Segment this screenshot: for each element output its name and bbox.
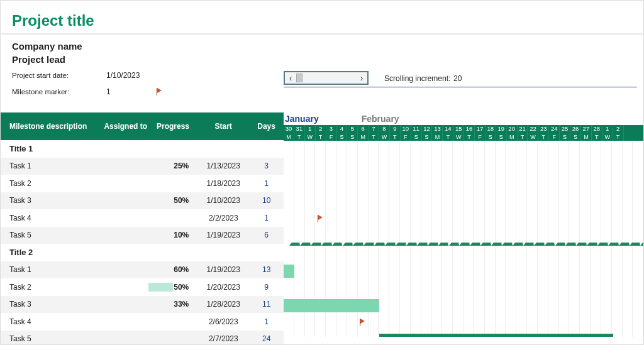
gantt-bar	[379, 334, 613, 337]
table-row: Task 52/7/202324	[1, 331, 284, 346]
scroll-right-arrow[interactable]: ›	[356, 73, 367, 83]
table-row: Task 42/2/20231	[1, 209, 284, 227]
col-progress: Progress	[148, 122, 197, 131]
scroll-left-arrow[interactable]: ‹	[285, 73, 296, 83]
table-row: Task 333%1/28/202311	[1, 296, 284, 314]
gantt-bar	[284, 299, 379, 312]
scroll-thumb[interactable]	[296, 74, 303, 82]
calendar-dates: 3031123456789101112131415161718192021222…	[284, 125, 643, 134]
gantt-bar	[284, 265, 294, 278]
table-row: Title 1	[1, 140, 284, 158]
start-date-value: 1/10/2023	[106, 71, 157, 80]
project-lead: Project lead	[1, 54, 643, 70]
divider	[284, 87, 637, 87]
month-february: February	[362, 114, 399, 125]
col-days: Days	[249, 122, 284, 131]
calendar-days: MTWTFSSMTWTFSSMTWTFSSMTWTFSSMTWT	[284, 134, 643, 141]
table-row: Title 2	[1, 244, 284, 261]
table-row: Task 250%1/20/20239	[1, 278, 284, 296]
scrolling-inc-label: Scrolling increment:	[384, 74, 450, 83]
table-row: Task 42/6/20231	[1, 313, 284, 331]
flag-icon	[157, 88, 164, 96]
milestone-value: 1	[106, 87, 157, 96]
col-start: Start	[197, 122, 249, 131]
month-january: January	[285, 114, 319, 125]
company-name: Company name	[1, 35, 643, 54]
scroll-control[interactable]: ‹ ›	[284, 71, 369, 85]
col-assigned: Assigned to	[103, 122, 148, 131]
project-title: Project title	[1, 1, 643, 35]
table-row: Task 510%1/19/20236	[1, 227, 284, 244]
table-row: Task 125%1/13/20233	[1, 158, 284, 175]
table-header: Milestone description Assigned to Progre…	[1, 112, 284, 140]
table-row: Task 160%1/19/202313	[1, 261, 284, 279]
milestone-label: Milestone marker:	[12, 88, 106, 96]
col-milestone: Milestone description	[9, 122, 103, 131]
scrolling-inc-value: 20	[453, 74, 462, 83]
table-row: Task 21/18/20231	[1, 175, 284, 192]
table-row: Task 350%1/10/202310	[1, 192, 284, 210]
start-date-label: Project start date:	[12, 72, 106, 79]
